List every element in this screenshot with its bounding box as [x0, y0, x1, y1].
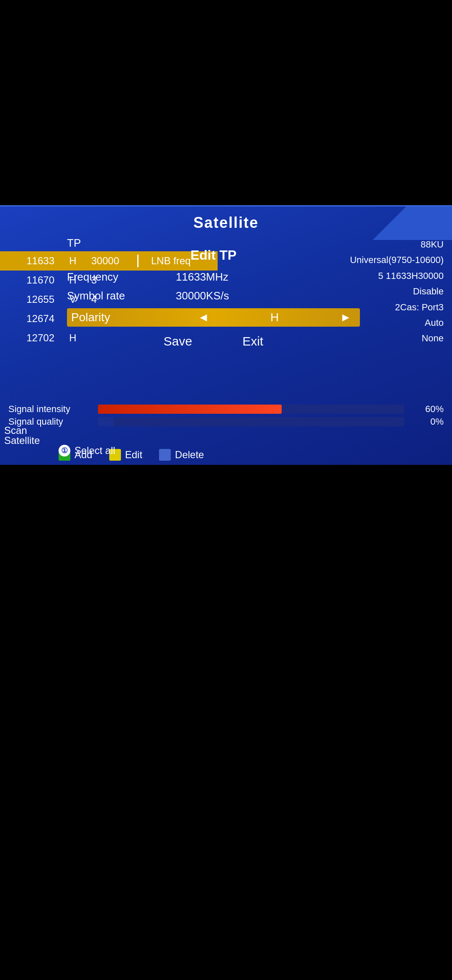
bottom-toolbar: Add Edit Delete ① Select all: [59, 449, 452, 461]
edit-dialog: Edit TP Frequency 11633MHz Symbol rate 3…: [67, 248, 360, 357]
polarity-left-arrow[interactable]: ◄: [198, 311, 209, 324]
tv-panel: Satellite TP 11633 H 30000 LNB freq 1167…: [0, 205, 452, 465]
edit-symbol-rate-row: Symbol rate 30000KS/s: [67, 289, 360, 302]
select-all-label: Select all: [74, 445, 115, 456]
tp-freq-2: 11670: [8, 274, 54, 286]
right-info-line3: 5 11633H30000: [350, 268, 444, 284]
satellite-label: Satellite: [4, 435, 40, 446]
delete-label: Delete: [175, 449, 204, 461]
tp-freq-1: 11633: [8, 255, 54, 267]
signal-intensity-label: Signal intensity: [8, 403, 92, 415]
edit-dialog-title: Edit TP: [67, 248, 360, 263]
intensity-pct: 60%: [410, 403, 444, 415]
right-info-line5: 2Cas: Port3: [350, 299, 444, 315]
right-info-line2: Universal(9750-10600): [350, 252, 444, 268]
right-info: 88KU Universal(9750-10600) 5 11633H30000…: [350, 237, 444, 346]
delete-color-box: [159, 449, 171, 461]
save-button[interactable]: Save: [164, 334, 192, 348]
frequency-value[interactable]: 11633MHz: [176, 271, 229, 284]
right-info-line7: None: [350, 330, 444, 346]
panel-title: Satellite: [0, 206, 452, 232]
symbol-rate-label: Symbol rate: [67, 289, 176, 302]
action-row: Save Exit: [67, 334, 360, 348]
quality-bar-fill: [98, 417, 113, 426]
polarity-value: H: [213, 311, 336, 324]
right-info-line6: Auto: [350, 315, 444, 330]
polarity-row[interactable]: Polarity ◄ H ►: [67, 308, 360, 327]
intensity-bar-fill: [98, 405, 282, 414]
polarity-label: Polarity: [71, 311, 193, 324]
tp-freq-5: 12702: [8, 332, 54, 344]
right-info-line1: 88KU: [350, 237, 444, 252]
edit-label: Edit: [125, 449, 142, 461]
symbol-rate-value[interactable]: 30000KS/s: [176, 289, 229, 302]
edit-frequency-row: Frequency 11633MHz: [67, 271, 360, 284]
toolbar-delete[interactable]: Delete: [159, 449, 204, 461]
frequency-label: Frequency: [67, 271, 176, 284]
polarity-right-arrow[interactable]: ►: [340, 311, 352, 324]
toolbar-select-all[interactable]: ① Select all: [59, 445, 115, 456]
screen: Satellite TP 11633 H 30000 LNB freq 1167…: [0, 0, 452, 980]
intensity-bar-track: [98, 405, 404, 414]
quality-bar-track: [98, 417, 404, 426]
signal-pct-col: 60% 0%: [410, 403, 444, 428]
exit-button[interactable]: Exit: [242, 334, 263, 348]
signal-labels: Signal intensity Signal quality: [8, 403, 92, 428]
tp-freq-3: 12655: [8, 294, 54, 305]
signal-bars: [98, 405, 404, 426]
tp-freq-4: 12674: [8, 313, 54, 325]
signal-section: Signal intensity Signal quality 60% 0%: [8, 403, 444, 428]
right-info-line4: Disable: [350, 284, 444, 299]
quality-pct: 0%: [410, 415, 444, 428]
select-all-circle: ①: [59, 445, 70, 456]
